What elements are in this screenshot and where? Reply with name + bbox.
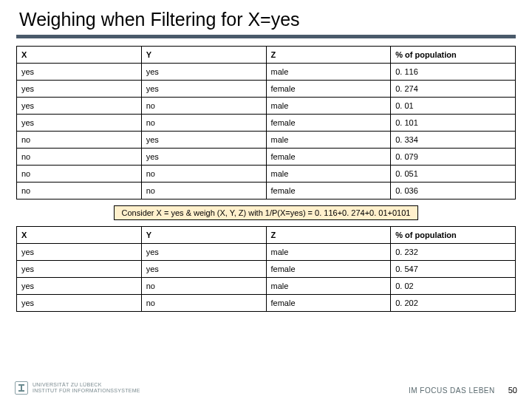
cell: no <box>141 295 266 312</box>
table-row: nonomale0. 051 <box>17 166 516 183</box>
institution-text: UNIVERSITÄT ZU LÜBECK INSTITUT FÜR INFOR… <box>33 382 140 393</box>
cell: no <box>17 132 142 149</box>
table-row: yesnomale0. 02 <box>17 278 516 295</box>
cell: male <box>266 166 391 183</box>
page-number: 50 <box>508 386 517 395</box>
cell: yes <box>17 98 142 115</box>
col-z: Z <box>266 47 391 64</box>
cell: 0. 116 <box>391 64 516 81</box>
cell: yes <box>141 132 266 149</box>
cell: yes <box>141 149 266 166</box>
cell: yes <box>141 244 266 261</box>
cell: yes <box>141 261 266 278</box>
footer: UNIVERSITÄT ZU LÜBECK INSTITUT FÜR INFOR… <box>0 381 532 395</box>
cell: yes <box>141 81 266 98</box>
cell: 0. 274 <box>391 81 516 98</box>
cell: yes <box>17 64 142 81</box>
cell: 0. 079 <box>391 149 516 166</box>
cell: no <box>17 183 142 200</box>
table-header-row: X Y Z % of population <box>17 47 516 64</box>
cell: 0. 02 <box>391 278 516 295</box>
table-row: yesnomale0. 01 <box>17 98 516 115</box>
cell: female <box>266 149 391 166</box>
table-header-row: X Y Z % of population <box>17 227 516 244</box>
table-row: yesyesfemale0. 547 <box>17 261 516 278</box>
cell: yes <box>17 261 142 278</box>
cell: female <box>266 81 391 98</box>
cell: male <box>266 244 391 261</box>
footer-tagline: IM FOCUS DAS LEBEN <box>409 386 495 395</box>
col-x: X <box>17 47 142 64</box>
cell: yes <box>17 295 142 312</box>
table-filtered-distribution: X Y Z % of population yesyesmale0. 232 y… <box>16 226 516 312</box>
cell: yes <box>17 81 142 98</box>
cell: 0. 051 <box>391 166 516 183</box>
cell: yes <box>141 64 266 81</box>
cell: no <box>17 149 142 166</box>
col-y: Y <box>141 47 266 64</box>
footer-right-group: IM FOCUS DAS LEBEN 50 <box>409 386 517 395</box>
cell: yes <box>17 115 142 132</box>
cell: male <box>266 278 391 295</box>
table-row: yesnofemale0. 101 <box>17 115 516 132</box>
cell: 0. 202 <box>391 295 516 312</box>
slide: Weighing when Filtering for X=yes X Y Z … <box>0 0 532 399</box>
cell: no <box>141 278 266 295</box>
cell: 0. 334 <box>391 132 516 149</box>
cell: female <box>266 183 391 200</box>
cell: 0. 101 <box>391 115 516 132</box>
weighting-note: Consider X = yes & weigh (X, Y, Z) with … <box>114 205 419 220</box>
cell: no <box>17 166 142 183</box>
cell: 0. 232 <box>391 244 516 261</box>
table-row: yesyesmale0. 232 <box>17 244 516 261</box>
cell: 0. 036 <box>391 183 516 200</box>
cell: female <box>266 295 391 312</box>
cell: male <box>266 64 391 81</box>
cell: female <box>266 261 391 278</box>
table-row: nonofemale0. 036 <box>17 183 516 200</box>
note-wrap: Consider X = yes & weigh (X, Y, Z) with … <box>16 205 516 220</box>
col-y: Y <box>141 227 266 244</box>
institution-line1: UNIVERSITÄT ZU LÜBECK <box>33 382 102 387</box>
col-pct: % of population <box>391 47 516 64</box>
table-row: noyesmale0. 334 <box>17 132 516 149</box>
cell: no <box>141 115 266 132</box>
table-row: yesyesmale0. 116 <box>17 64 516 81</box>
svg-rect-0 <box>18 384 24 386</box>
col-z: Z <box>266 227 391 244</box>
title-rule <box>16 35 516 38</box>
col-x: X <box>17 227 142 244</box>
university-logo-icon <box>15 381 28 395</box>
footer-left: UNIVERSITÄT ZU LÜBECK INSTITUT FÜR INFOR… <box>15 381 140 395</box>
slide-title: Weighing when Filtering for X=yes <box>16 9 516 30</box>
cell: yes <box>17 244 142 261</box>
cell: male <box>266 98 391 115</box>
cell: no <box>141 183 266 200</box>
cell: yes <box>17 278 142 295</box>
table-full-distribution: X Y Z % of population yesyesmale0. 116 y… <box>16 46 516 200</box>
table-row: yesnofemale0. 202 <box>17 295 516 312</box>
cell: male <box>266 132 391 149</box>
col-pct: % of population <box>391 227 516 244</box>
cell: no <box>141 98 266 115</box>
table-row: noyesfemale0. 079 <box>17 149 516 166</box>
cell: no <box>141 166 266 183</box>
svg-rect-2 <box>18 390 24 392</box>
svg-rect-1 <box>21 386 22 391</box>
cell: female <box>266 115 391 132</box>
table-row: yesyesfemale0. 274 <box>17 81 516 98</box>
cell: 0. 01 <box>391 98 516 115</box>
institution-line2: INSTITUT FÜR INFORMATIONSSYSTEME <box>33 388 140 393</box>
cell: 0. 547 <box>391 261 516 278</box>
